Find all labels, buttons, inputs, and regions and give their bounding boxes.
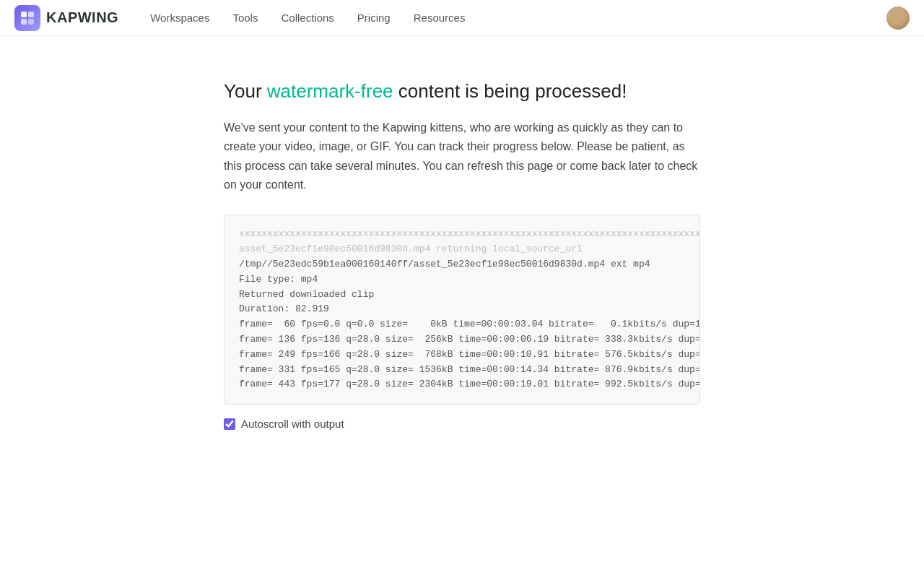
headline-after: content is being processed!	[393, 80, 627, 102]
avatar[interactable]	[886, 7, 910, 30]
svg-rect-3	[28, 19, 34, 25]
autoscroll-label: Autoscroll with output	[241, 418, 344, 430]
logo-icon	[14, 5, 40, 31]
log-output: xxxxxxxxxxxxxxxxxxxxxxxxxxxxxxxxxxxxxxxx…	[224, 215, 700, 405]
page-title: Your watermark-free content is being pro…	[224, 79, 700, 104]
nav-links: Workspaces Tools Collections Pricing Res…	[140, 7, 910, 28]
svg-rect-1	[28, 12, 34, 17]
nav-collections[interactable]: Collections	[271, 7, 344, 28]
log-faded: xxxxxxxxxxxxxxxxxxxxxxxxxxxxxxxxxxxxxxxx…	[239, 228, 700, 254]
nav-tools[interactable]: Tools	[222, 7, 268, 28]
headline-highlight: watermark-free	[267, 80, 393, 102]
logo-link[interactable]: KAPWING	[14, 5, 118, 31]
logo-text: KAPWING	[46, 9, 118, 26]
description-text: We've sent your content to the Kapwing k…	[224, 118, 700, 195]
nav-resources[interactable]: Resources	[404, 7, 476, 28]
navbar: KAPWING Workspaces Tools Collections Pri…	[0, 0, 924, 36]
log-lines: /tmp//5e23edc59b1ea000160140ff/asset_5e2…	[239, 259, 700, 389]
autoscroll-row: Autoscroll with output	[224, 418, 700, 430]
avatar-image	[886, 7, 910, 30]
headline-before: Your	[224, 80, 267, 102]
svg-rect-2	[21, 19, 27, 25]
svg-rect-0	[21, 12, 27, 17]
autoscroll-checkbox[interactable]	[224, 418, 235, 430]
nav-pricing[interactable]: Pricing	[347, 7, 401, 28]
nav-workspaces[interactable]: Workspaces	[140, 7, 219, 28]
main-content: Your watermark-free content is being pro…	[209, 79, 715, 430]
